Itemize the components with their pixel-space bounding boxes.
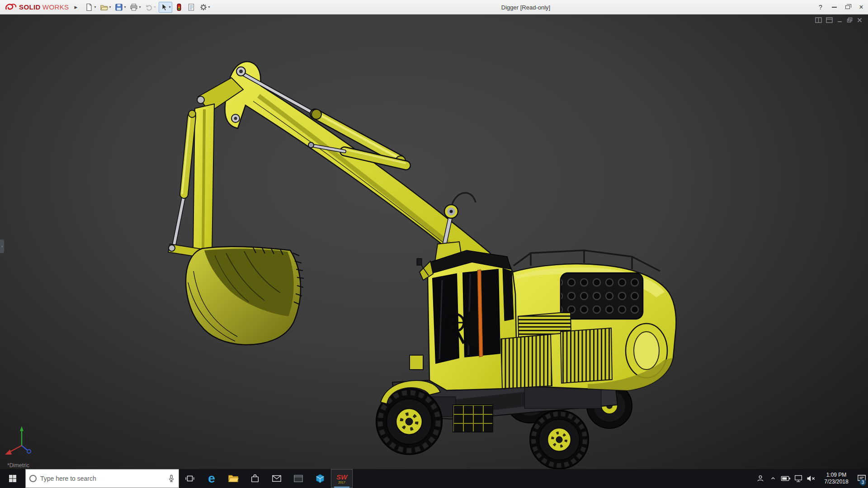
dropdown-arrow[interactable]: ▾ xyxy=(109,5,111,9)
dropdown-arrow[interactable]: ▾ xyxy=(169,5,171,9)
solidworks-app-icon: SW 2017 xyxy=(336,474,347,484)
file-properties-button[interactable] xyxy=(186,2,197,13)
doc-minimize-icon[interactable] xyxy=(837,17,843,23)
undo-icon xyxy=(145,3,153,11)
window-title: Digger [Read-only] xyxy=(501,0,550,14)
step-grate xyxy=(453,405,493,432)
taskbar-search[interactable] xyxy=(25,469,179,488)
open-icon xyxy=(100,3,108,11)
rebuild-icon xyxy=(175,3,183,11)
excavator-boom[interactable] xyxy=(225,61,493,272)
notification-badge: 3 xyxy=(859,479,866,486)
taskbar-app-cube[interactable] xyxy=(309,469,331,488)
quick-toolbar: ▾ ▾ ▾ ▾ xyxy=(84,2,211,13)
dropdown-arrow[interactable]: ▾ xyxy=(94,5,96,9)
graphics-area[interactable]: ‹ *Dimetric xyxy=(0,14,868,469)
print-button[interactable]: ▾ xyxy=(128,2,142,13)
side-grille-b xyxy=(561,328,612,383)
taskbar: e SW 2017 xyxy=(0,469,868,488)
orientation-triad xyxy=(5,426,31,455)
cortana-icon xyxy=(29,475,37,482)
task-view-button[interactable] xyxy=(179,469,201,488)
solidworks-logo: SOLIDWORKS xyxy=(0,3,69,12)
rebuild-button[interactable] xyxy=(174,2,184,13)
people-icon xyxy=(756,474,765,483)
task-view-icon xyxy=(185,474,195,483)
ds-swirl-icon xyxy=(5,3,17,12)
network-button[interactable] xyxy=(792,469,805,488)
system-tray: 1:09 PM 7/23/2018 3 xyxy=(754,469,868,488)
taskbar-app-solidworks[interactable]: SW 2017 xyxy=(331,469,353,488)
battery-icon xyxy=(781,475,791,482)
hidden-icons-button[interactable] xyxy=(767,469,779,488)
taskbar-app-file-explorer[interactable] xyxy=(222,469,244,488)
operator-seat xyxy=(467,311,479,346)
minimize-icon xyxy=(832,7,837,8)
print-icon xyxy=(130,3,138,11)
clock-date: 7/23/2018 xyxy=(824,479,848,485)
people-button[interactable] xyxy=(754,469,767,488)
engine-intake-grid xyxy=(561,273,643,319)
brand-solid: SOLID xyxy=(19,3,41,11)
close-button[interactable]: × xyxy=(854,0,868,14)
help-button[interactable]: ? xyxy=(814,4,827,11)
doc-restore-icon[interactable] xyxy=(847,17,853,23)
minimize-button[interactable] xyxy=(827,0,841,14)
undo-button[interactable]: ▾ xyxy=(144,2,157,13)
restore-icon xyxy=(845,5,850,9)
taskbar-app-console[interactable] xyxy=(288,469,309,488)
restore-button[interactable] xyxy=(841,0,854,14)
windows-logo-icon xyxy=(9,474,17,483)
brand-works: WORKS xyxy=(42,3,69,11)
clock-time: 1:09 PM xyxy=(826,472,847,479)
taskbar-app-store[interactable] xyxy=(244,469,266,488)
battery-button[interactable] xyxy=(779,469,792,488)
excavator-body[interactable] xyxy=(410,242,676,390)
options-button[interactable]: ▾ xyxy=(198,2,212,13)
stick-pin xyxy=(197,96,204,103)
dropdown-arrow[interactable]: ▾ xyxy=(139,5,141,9)
select-button[interactable]: ▾ xyxy=(159,2,172,13)
edge-icon: e xyxy=(208,472,215,485)
search-input[interactable] xyxy=(40,475,164,482)
open-button[interactable]: ▾ xyxy=(99,2,112,13)
hidden-icons-chevron xyxy=(769,475,777,482)
pane-full-icon[interactable] xyxy=(826,17,833,23)
action-center-button[interactable]: 3 xyxy=(855,469,868,488)
taskbar-clock[interactable]: 1:09 PM 7/23/2018 xyxy=(817,469,855,488)
mail-icon xyxy=(272,474,282,483)
menu-flyout-arrow[interactable]: ▶ xyxy=(75,5,78,9)
save-icon xyxy=(115,3,123,11)
cab-rear-window xyxy=(503,268,514,321)
step-box xyxy=(410,355,423,370)
microphone-icon[interactable] xyxy=(168,474,175,483)
volume-button[interactable] xyxy=(805,469,817,488)
save-button[interactable]: ▾ xyxy=(113,2,127,13)
dropdown-arrow[interactable]: ▾ xyxy=(154,5,156,9)
stick-hydraulic-cylinder[interactable] xyxy=(170,110,196,251)
feature-manager-collapsed-tab[interactable]: ‹ xyxy=(0,239,4,253)
start-button[interactable] xyxy=(0,469,25,488)
close-icon: × xyxy=(859,4,863,11)
engine-housing[interactable] xyxy=(501,250,676,390)
taskbar-app-edge[interactable]: e xyxy=(201,469,222,488)
file-explorer-icon xyxy=(228,474,239,483)
pane-split-icon[interactable] xyxy=(815,17,822,23)
store-icon xyxy=(250,474,260,483)
titlebar-controls: ? × xyxy=(814,0,868,14)
cube-app-icon xyxy=(315,474,325,483)
excavator-model[interactable] xyxy=(0,14,868,469)
view-orientation-label: *Dimetric xyxy=(7,462,29,469)
taskbar-app-mail[interactable] xyxy=(266,469,288,488)
excavator-wheel-rear-left[interactable] xyxy=(530,410,589,469)
doc-close-icon[interactable] xyxy=(857,17,863,23)
titlebar: SOLIDWORKS ▶ ▾ ▾ ▾ xyxy=(0,0,868,14)
volume-muted-icon xyxy=(806,474,816,483)
document-window-controls xyxy=(815,17,863,23)
new-document-button[interactable]: ▾ xyxy=(84,2,97,13)
select-icon xyxy=(160,3,168,11)
excavator-bucket[interactable] xyxy=(186,247,304,345)
side-grille-a xyxy=(501,334,552,389)
dropdown-arrow[interactable]: ▾ xyxy=(208,5,210,9)
dropdown-arrow[interactable]: ▾ xyxy=(124,5,126,9)
